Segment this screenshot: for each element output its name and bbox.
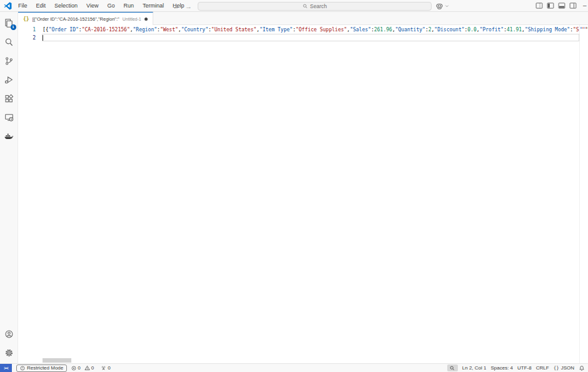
status-bar: >< Restricted Mode 0 0 0 <box>0 363 588 372</box>
code-line-2-text <box>43 34 580 42</box>
remote-indicator[interactable]: >< <box>0 364 12 372</box>
extensions-icon <box>4 94 14 103</box>
explorer-badge: 1 <box>11 24 16 30</box>
vscode-window: File Edit Selection View Go Run Terminal… <box>0 0 588 372</box>
tab-label: [{"Order ID":"CA-2016-152156","Region":" <box>33 16 119 22</box>
code-line-2: 2 <box>18 34 580 42</box>
code-line-1: 1 [{"Order ID":"CA-2016-152156","Region"… <box>18 26 580 34</box>
menu-file[interactable]: File <box>14 0 32 12</box>
ports-count: 0 <box>108 365 110 371</box>
window-minimize-button[interactable]: – <box>581 0 588 12</box>
remote-icon: >< <box>4 366 8 371</box>
ports-item[interactable]: 0 <box>101 365 110 371</box>
indentation-item[interactable]: Spaces: 4 <box>490 365 513 371</box>
forward-icon[interactable]: → <box>185 3 192 10</box>
tab-description: Untitled-1 <box>123 17 141 21</box>
title-bar: File Edit Selection View Go Run Terminal… <box>0 0 588 12</box>
toggle-primary-sidebar-icon[interactable] <box>547 2 554 9</box>
shield-icon <box>20 366 25 371</box>
monitor-clock-icon <box>4 113 14 122</box>
json-file-icon: {} <box>23 16 29 22</box>
copilot-icon <box>435 2 444 10</box>
restricted-mode-item[interactable]: Restricted Mode <box>16 364 67 372</box>
minimap-line-1 <box>580 27 588 29</box>
line-number-2: 2 <box>18 34 36 42</box>
layout-controls <box>535 2 577 9</box>
toggle-panel-icon[interactable] <box>558 2 565 9</box>
unsaved-changes-dot[interactable] <box>144 18 148 21</box>
copilot-button[interactable] <box>435 1 449 11</box>
toggle-secondary-sidebar-icon[interactable] <box>569 2 577 9</box>
customize-layout-icon[interactable] <box>535 2 543 9</box>
play-bug-icon <box>4 75 14 85</box>
back-icon[interactable]: ← <box>173 3 180 10</box>
status-right: Ln 2, Col 1 Spaces: 4 UTF-8 CRLF {} JSON <box>447 364 585 371</box>
activity-source-control[interactable] <box>0 51 18 70</box>
branch-icon <box>4 56 14 66</box>
zoom-indicator[interactable] <box>447 364 458 371</box>
activity-run-debug[interactable] <box>0 70 18 89</box>
menu-view[interactable]: View <box>82 0 103 12</box>
chevron-down-icon <box>445 4 449 8</box>
accounts-button[interactable] <box>0 324 18 343</box>
activity-search[interactable] <box>0 33 18 51</box>
person-icon <box>4 329 14 339</box>
docker-whale-icon <box>4 131 14 141</box>
menu-bar: File Edit Selection View Go Run Terminal… <box>14 0 188 12</box>
line-number-1: 1 <box>18 26 36 34</box>
text-cursor <box>43 35 43 41</box>
problems-item[interactable]: 0 0 <box>71 365 94 371</box>
menu-terminal[interactable]: Terminal <box>138 0 168 12</box>
vscode-logo-icon <box>4 2 12 10</box>
gear-icon <box>4 348 14 358</box>
minimap[interactable] <box>579 25 588 363</box>
cursor-position-item[interactable]: Ln 2, Col 1 <box>462 365 487 371</box>
warnings-count: 0 <box>91 365 94 371</box>
encoding-item[interactable]: UTF-8 <box>517 365 532 371</box>
warnings-icon <box>84 365 90 371</box>
radio-tower-icon <box>101 365 106 371</box>
language-label: JSON <box>561 365 574 371</box>
errors-icon <box>71 366 76 371</box>
search-icon <box>303 4 308 9</box>
restricted-mode-label: Restricted Mode <box>27 365 63 371</box>
code-editor[interactable]: 1 [{"Order ID":"CA-2016-152156","Region"… <box>18 25 588 363</box>
search-placeholder: Search <box>310 3 327 9</box>
errors-count: 0 <box>78 365 80 371</box>
editor-tab-bar: {} [{"Order ID":"CA-2016-152156","Region… <box>18 12 588 25</box>
braces-icon: {} <box>554 365 559 371</box>
menu-edit[interactable]: Edit <box>32 0 51 12</box>
activity-extensions[interactable] <box>0 89 18 108</box>
search-icon <box>4 38 14 47</box>
command-center-search[interactable]: Search <box>198 2 432 11</box>
activity-docker[interactable] <box>0 127 18 145</box>
activity-bar: 1 <box>0 12 18 363</box>
tab-untitled-1[interactable]: {} [{"Order ID":"CA-2016-152156","Region… <box>18 12 153 25</box>
menu-run[interactable]: Run <box>119 0 138 12</box>
history-navigation: ← → <box>173 0 192 12</box>
language-mode-item[interactable]: {} JSON <box>554 365 574 371</box>
eol-item[interactable]: CRLF <box>536 365 549 371</box>
menu-go[interactable]: Go <box>103 0 119 12</box>
activity-explorer[interactable]: 1 <box>0 14 18 33</box>
activity-remote-explorer[interactable] <box>0 108 18 127</box>
horizontal-scrollbar-thumb[interactable] <box>43 358 71 363</box>
code-line-1-text: [{"Order ID":"CA-2016-152156","Region":"… <box>43 26 580 34</box>
menu-selection[interactable]: Selection <box>50 0 82 12</box>
notifications-bell-icon[interactable] <box>579 365 585 371</box>
settings-button[interactable] <box>0 343 18 362</box>
